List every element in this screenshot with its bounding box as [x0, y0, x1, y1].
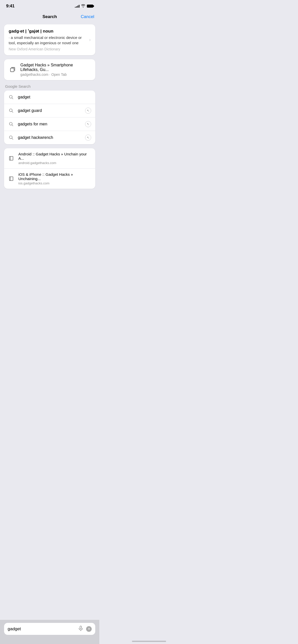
dictionary-definition: · a small mechanical or electronic devic… — [9, 35, 87, 46]
bookmark-title-1: Android :: Gadget Hacks » Unchain your A… — [18, 152, 91, 160]
bookmark-title-2: iOS & iPhone :: Gadget Hacks » Unchainin… — [18, 172, 91, 181]
arrow-up-left-icon: ↖ — [85, 135, 91, 141]
suggestion-gadget-guard[interactable]: gadget guard ↖ — [4, 104, 95, 118]
bookmark-ios[interactable]: iOS & iPhone :: Gadget Hacks » Unchainin… — [4, 169, 95, 189]
svg-line-8 — [12, 138, 13, 140]
bookmarks-card: Android :: Gadget Hacks » Unchain your A… — [4, 148, 95, 189]
battery-icon — [87, 5, 93, 8]
suggestion-text-3: gadgets for men — [18, 122, 82, 126]
svg-rect-0 — [10, 68, 14, 72]
dictionary-content: gadg·et | ˈgajət | noun · a small mechan… — [9, 28, 87, 51]
bookmark-android[interactable]: Android :: Gadget Hacks » Unchain your A… — [4, 148, 95, 169]
tab-meta: gadgethacks.com · Open Tab — [20, 72, 91, 77]
arrow-up-left-icon: ↖ — [85, 121, 91, 127]
search-icon — [8, 108, 14, 114]
search-icon — [8, 121, 14, 127]
suggestion-gadget[interactable]: gadget — [4, 91, 95, 104]
status-icons — [75, 4, 93, 8]
bookmark-info-2: iOS & iPhone :: Gadget Hacks » Unchainin… — [18, 172, 91, 185]
dictionary-source: New Oxford American Dictionary — [9, 47, 87, 51]
dictionary-card[interactable]: gadg·et | ˈgajət | noun · a small mechan… — [4, 24, 95, 55]
tab-info: Gadget Hacks » Smartphone Lifehacks, Gu.… — [20, 63, 91, 77]
header: Search Cancel — [0, 10, 99, 24]
bookmark-info-1: Android :: Gadget Hacks » Unchain your A… — [18, 152, 91, 165]
wifi-icon — [81, 4, 85, 8]
suggestion-text-2: gadget guard — [18, 108, 82, 113]
status-time: 9:41 — [6, 4, 15, 9]
cancel-button[interactable]: Cancel — [81, 13, 94, 20]
bookmark-url-1: android.gadgethacks.com — [18, 161, 91, 165]
bookmark-url-2: ios.gadgethacks.com — [18, 181, 91, 185]
page-title: Search — [43, 14, 57, 19]
suggestion-gadget-hackwrench[interactable]: gadget hackwrench ↖ — [4, 131, 95, 144]
content-area: gadg·et | ˈgajət | noun · a small mechan… — [0, 24, 99, 223]
arrow-up-left-icon: ↖ — [85, 108, 91, 114]
chevron-right-icon: › — [89, 37, 91, 42]
suggestion-gadgets-for-men[interactable]: gadgets for men ↖ — [4, 118, 95, 131]
svg-line-6 — [12, 125, 13, 126]
status-bar: 9:41 — [0, 0, 99, 10]
book-icon — [8, 155, 15, 162]
search-icon — [8, 94, 14, 100]
suggestion-text-4: gadget hackwrench — [18, 135, 82, 140]
dictionary-word: gadg·et | ˈgajət | noun — [9, 28, 87, 34]
svg-line-2 — [12, 98, 13, 99]
suggestion-text-1: gadget — [18, 95, 91, 99]
suggestions-card: gadget gadget guard ↖ gadgets for men ↖ — [4, 91, 95, 144]
signal-icon — [75, 5, 79, 8]
tabs-icon — [9, 66, 17, 74]
tab-title: Gadget Hacks » Smartphone Lifehacks, Gu.… — [20, 63, 91, 72]
svg-line-4 — [12, 111, 13, 113]
book-icon — [8, 175, 15, 182]
search-icon — [8, 135, 14, 141]
open-tab-card[interactable]: Gadget Hacks » Smartphone Lifehacks, Gu.… — [4, 59, 95, 80]
google-search-label: Google Search — [4, 84, 95, 89]
